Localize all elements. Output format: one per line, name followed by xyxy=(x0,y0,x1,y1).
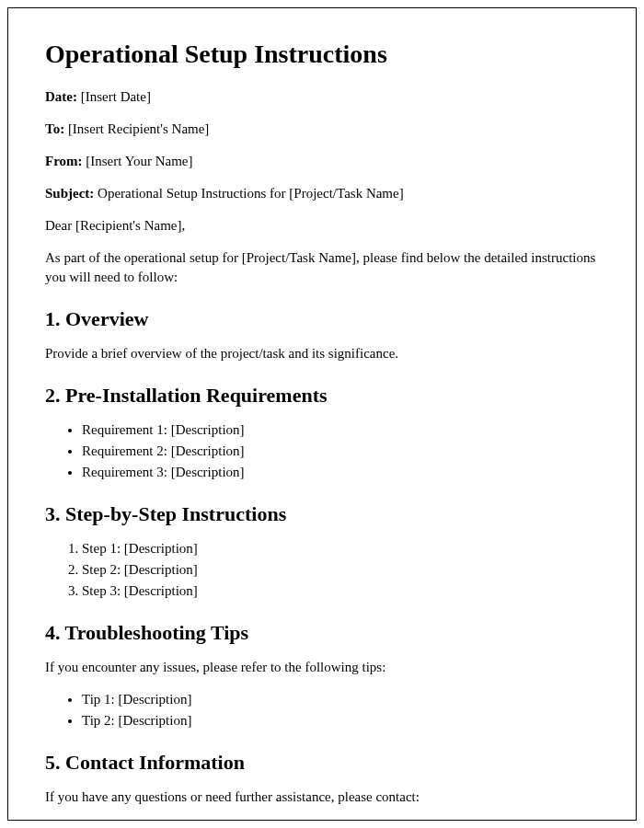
field-from: From: [Insert Your Name] xyxy=(45,152,599,171)
to-label: To: xyxy=(45,121,64,136)
date-value: [Insert Date] xyxy=(77,89,151,104)
preinstall-list: Requirement 1: [Description] Requirement… xyxy=(82,420,599,482)
steps-heading: 3. Step-by-Step Instructions xyxy=(45,502,599,526)
preinstall-heading: 2. Pre-Installation Requirements xyxy=(45,384,599,408)
intro-paragraph: As part of the operational setup for [Pr… xyxy=(45,248,599,287)
contact-text: If you have any questions or need furthe… xyxy=(45,788,599,807)
subject-label: Subject: xyxy=(45,186,94,201)
salutation: Dear [Recipient's Name], xyxy=(45,216,599,236)
list-item: Requirement 2: [Description] xyxy=(82,442,599,461)
field-date: Date: [Insert Date] xyxy=(45,87,599,107)
list-item: Step 2: [Description] xyxy=(82,560,599,580)
from-label: From: xyxy=(45,154,83,168)
document-page: Operational Setup Instructions Date: [In… xyxy=(7,7,637,821)
contact-heading: 5. Contact Information xyxy=(45,751,599,775)
date-label: Date: xyxy=(45,89,77,104)
list-item: Requirement 3: [Description] xyxy=(82,463,599,482)
steps-list: Step 1: [Description] Step 2: [Descripti… xyxy=(82,539,599,601)
from-value: [Insert Your Name] xyxy=(83,154,193,168)
troubleshooting-list: Tip 1: [Description] Tip 2: [Description… xyxy=(82,690,599,730)
troubleshooting-heading: 4. Troubleshooting Tips xyxy=(45,621,599,645)
page-title: Operational Setup Instructions xyxy=(45,40,599,69)
list-item: Step 1: [Description] xyxy=(82,539,599,558)
troubleshooting-text: If you encounter any issues, please refe… xyxy=(45,658,599,677)
list-item: Step 3: [Description] xyxy=(82,581,599,601)
list-item: Tip 1: [Description] xyxy=(82,690,599,709)
subject-value: Operational Setup Instructions for [Proj… xyxy=(94,186,403,201)
field-to: To: [Insert Recipient's Name] xyxy=(45,120,599,139)
to-value: [Insert Recipient's Name] xyxy=(64,121,209,136)
list-item: Requirement 1: [Description] xyxy=(82,420,599,440)
list-item: Tip 2: [Description] xyxy=(82,711,599,730)
overview-heading: 1. Overview xyxy=(45,307,599,331)
field-subject: Subject: Operational Setup Instructions … xyxy=(45,184,599,203)
overview-text: Provide a brief overview of the project/… xyxy=(45,344,599,363)
field-contact-name: Name: [Contact Name] xyxy=(45,820,599,821)
